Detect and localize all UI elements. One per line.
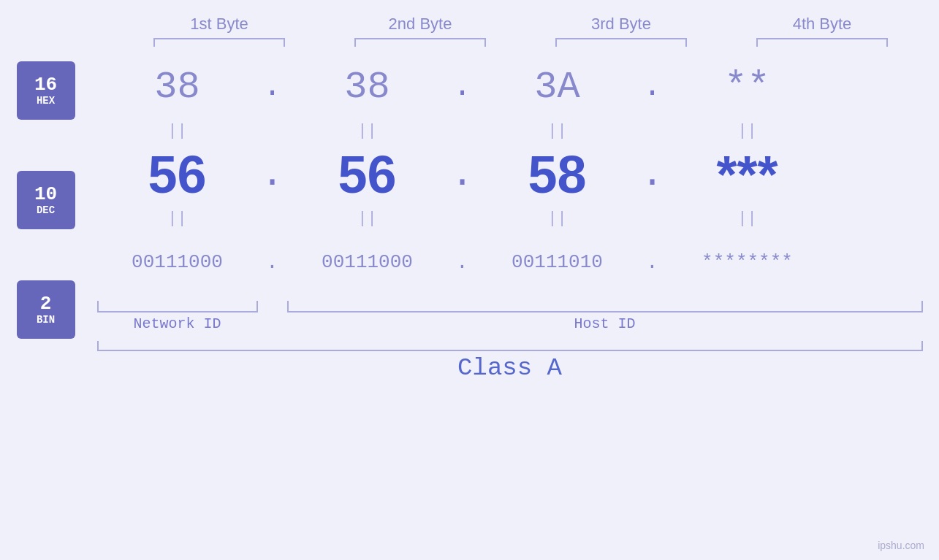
bracket-spacer1 [258, 301, 287, 312]
bracket-2 [354, 38, 486, 47]
content-area: 16 HEX 10 DEC 2 BIN [17, 54, 923, 382]
dec-num: 10 [34, 184, 57, 205]
main-container: 1st Byte 2nd Byte 3rd Byte 4th Byte 16 H… [0, 0, 939, 560]
byte1-header: 1st Byte [139, 15, 300, 34]
bracket-1 [153, 38, 285, 47]
dec-label: DEC [37, 204, 55, 216]
bin-num: 2 [40, 294, 52, 315]
dec-b1: 56 [97, 145, 258, 204]
network-id-bracket [97, 301, 258, 312]
bin-row: 00111000 . 00111000 . 00111010 . *******… [97, 229, 923, 295]
hex-num: 16 [34, 74, 57, 96]
dec-badge: 10 DEC [17, 171, 75, 229]
hex-b1: 38 [97, 66, 258, 109]
sep1-b3: || [477, 122, 638, 140]
sep2-b2: || [287, 210, 448, 228]
hex-b3: 3A [477, 66, 638, 109]
bottom-id-brackets [97, 301, 923, 312]
network-id-label: Network ID [97, 315, 258, 332]
dec-dot1: . [258, 153, 287, 196]
sep2-b1: || [97, 210, 258, 228]
bin-b3: 00111010 [477, 251, 638, 273]
sep1-b1: || [97, 122, 258, 140]
hex-row: 38 . 38 . 3A . ** [97, 54, 923, 120]
bin-b2: 00111000 [287, 251, 448, 273]
bin-dot1: . [258, 251, 287, 274]
sep1-b2: || [287, 122, 448, 140]
sep2-b3: || [477, 210, 638, 228]
id-labels: Network ID Host ID [97, 315, 923, 332]
bin-b4: ******** [667, 251, 828, 273]
bracket-4 [756, 38, 888, 47]
sep-2: || || || || [97, 207, 923, 229]
dec-dot2: . [448, 153, 477, 196]
dec-b2: 56 [287, 145, 448, 204]
hex-b4: ** [667, 66, 828, 109]
sep1-b4: || [667, 122, 828, 140]
byte2-header: 2nd Byte [340, 15, 501, 34]
hex-dot1: . [258, 69, 287, 104]
label-spacer1 [258, 315, 287, 332]
host-id-bracket [287, 301, 923, 312]
hex-dot3: . [638, 69, 667, 104]
sep2-b4: || [667, 210, 828, 228]
bin-dot2: . [448, 251, 477, 274]
class-label: Class A [97, 354, 923, 382]
bin-badge: 2 BIN [17, 280, 75, 339]
rows-container: 38 . 38 . 3A . ** || || [97, 54, 923, 382]
host-id-label: Host ID [287, 315, 923, 332]
sep-1: || || || || [97, 120, 923, 142]
dec-dot3: . [638, 153, 667, 196]
hex-label: HEX [37, 95, 55, 107]
dec-b4: *** [667, 145, 828, 204]
bin-label: BIN [37, 314, 55, 326]
base-labels: 16 HEX 10 DEC 2 BIN [17, 61, 75, 346]
watermark: ipshu.com [878, 540, 924, 551]
bracket-3 [555, 38, 687, 47]
byte3-header: 3rd Byte [541, 15, 702, 34]
dec-b3: 58 [477, 145, 638, 204]
bin-dot3: . [638, 251, 667, 274]
hex-b2: 38 [287, 66, 448, 109]
class-bracket [97, 341, 923, 351]
bin-b1: 00111000 [97, 251, 258, 273]
byte4-header: 4th Byte [742, 15, 902, 34]
hex-badge: 16 HEX [17, 61, 75, 120]
hex-dot2: . [448, 69, 477, 104]
byte-headers: 1st Byte 2nd Byte 3rd Byte 4th Byte [119, 15, 923, 34]
dec-row: 56 . 56 . 58 . *** [97, 142, 923, 207]
top-brackets [119, 38, 923, 47]
